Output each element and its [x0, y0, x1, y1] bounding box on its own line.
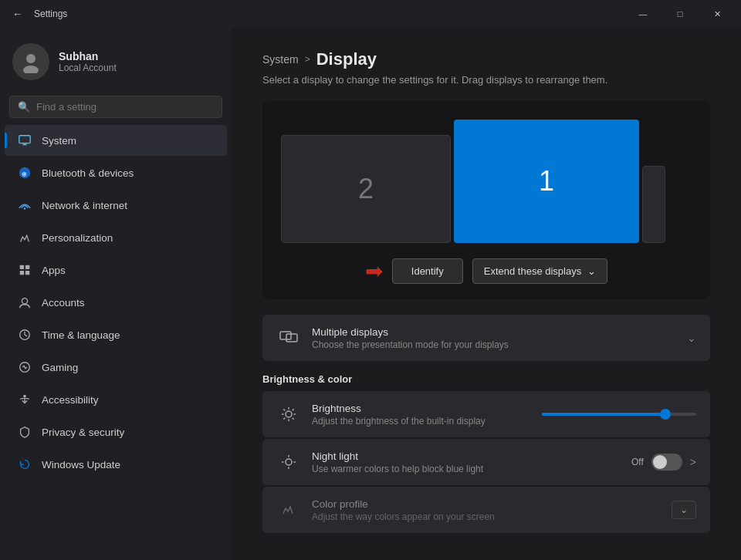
brightness-thumb[interactable]	[660, 409, 671, 420]
svg-rect-2	[19, 136, 30, 143]
maximize-button[interactable]: □	[662, 2, 698, 26]
windows-update-icon	[17, 457, 32, 472]
breadcrumb-current: Display	[316, 49, 377, 69]
close-button[interactable]: ✕	[699, 2, 735, 26]
breadcrumb-chevron: >	[305, 54, 310, 65]
user-account-type: Local Account	[59, 62, 117, 73]
sidebar-item-personalization[interactable]: Personalization	[5, 222, 227, 253]
titlebar: ← Settings — □ ✕	[0, 0, 741, 28]
main-content: System > Display Select a display to cha…	[232, 28, 741, 560]
monitor-1-label: 1	[539, 165, 554, 197]
svg-point-26	[286, 459, 292, 465]
gaming-icon	[17, 359, 32, 375]
titlebar-title: Settings	[34, 8, 67, 19]
color-profile-dropdown-chevron: ⌄	[680, 504, 688, 515]
sidebar-item-system[interactable]: System	[5, 125, 227, 156]
night-light-toggle[interactable]	[651, 454, 682, 471]
search-bar[interactable]: 🔍	[9, 96, 222, 118]
multiple-displays-title: Multiple displays	[312, 326, 509, 338]
night-light-icon	[276, 450, 301, 474]
time-icon	[17, 327, 32, 342]
display-controls: ➡ Identify Extend these displays ⌄	[281, 258, 692, 284]
app-body: Subhan Local Account 🔍 System ⎈ Bluetoot…	[0, 28, 741, 560]
sidebar-label-system: System	[42, 135, 76, 147]
sidebar-label-accessibility: Accessibility	[42, 394, 99, 406]
brightness-title: Brightness	[312, 403, 486, 414]
sidebar-label-gaming: Gaming	[42, 362, 78, 373]
svg-line-23	[293, 418, 294, 420]
sidebar: Subhan Local Account 🔍 System ⎈ Bluetoot…	[0, 28, 232, 560]
monitor-3	[642, 166, 665, 243]
sidebar-item-privacy[interactable]: Privacy & security	[5, 417, 227, 447]
sidebar-label-windows-update: Windows Update	[42, 459, 120, 471]
svg-point-1	[23, 66, 39, 73]
multiple-displays-chevron: ⌄	[687, 332, 696, 344]
multiple-displays-icon	[276, 326, 301, 350]
svg-rect-9	[20, 271, 24, 275]
sidebar-item-apps[interactable]: Apps	[5, 255, 227, 285]
network-icon	[17, 197, 32, 213]
system-icon	[17, 133, 32, 148]
toggle-thumb	[653, 455, 667, 469]
sidebar-label-privacy: Privacy & security	[42, 427, 124, 438]
svg-point-0	[26, 54, 36, 63]
color-profile-icon	[276, 498, 301, 522]
svg-point-6	[24, 207, 26, 210]
extend-dropdown[interactable]: Extend these displays ⌄	[472, 258, 607, 284]
svg-rect-15	[280, 332, 291, 339]
back-button[interactable]: ←	[9, 5, 26, 23]
sidebar-label-personalization: Personalization	[42, 232, 113, 244]
sidebar-label-time: Time & language	[42, 329, 120, 341]
color-profile-title: Color profile	[312, 498, 495, 510]
titlebar-left: ← Settings	[9, 5, 67, 23]
brightness-subtitle: Adjust the brightness of the built-in di…	[312, 416, 486, 427]
monitor-1[interactable]: 1	[454, 120, 639, 243]
svg-rect-3	[22, 144, 26, 146]
search-icon: 🔍	[18, 101, 30, 113]
svg-point-14	[23, 395, 26, 398]
sidebar-item-accessibility[interactable]: Accessibility	[5, 384, 227, 415]
sidebar-label-network: Network & internet	[42, 200, 127, 211]
breadcrumb: System > Display	[262, 49, 710, 69]
minimize-button[interactable]: —	[625, 2, 661, 26]
sidebar-item-gaming[interactable]: Gaming	[5, 352, 227, 383]
night-light-row[interactable]: Night light Use warmer colors to help bl…	[262, 439, 710, 485]
brightness-slider[interactable]	[542, 413, 696, 416]
brightness-icon	[276, 402, 301, 427]
privacy-icon	[17, 424, 32, 440]
sidebar-item-network[interactable]: Network & internet	[5, 190, 227, 221]
user-name: Subhan	[59, 50, 117, 62]
sidebar-item-windows-update[interactable]: Windows Update	[5, 449, 227, 480]
multiple-displays-row[interactable]: Multiple displays Choose the presentatio…	[262, 315, 710, 361]
svg-line-24	[293, 409, 294, 410]
search-input[interactable]	[36, 101, 214, 113]
svg-line-25	[283, 418, 285, 420]
sidebar-item-bluetooth[interactable]: ⎈ Bluetooth & devices	[5, 157, 227, 188]
brightness-row[interactable]: Brightness Adjust the brightness of the …	[262, 391, 710, 437]
sidebar-item-accounts[interactable]: Accounts	[5, 287, 227, 318]
sidebar-item-time[interactable]: Time & language	[5, 319, 227, 350]
avatar	[12, 43, 49, 80]
user-profile[interactable]: Subhan Local Account	[0, 28, 232, 93]
color-profile-row[interactable]: Color profile Adjust the way colors appe…	[262, 487, 710, 533]
night-light-chevron: >	[690, 456, 696, 468]
color-profile-dropdown[interactable]: ⌄	[672, 501, 696, 519]
extend-label: Extend these displays	[484, 265, 581, 277]
night-light-subtitle: Use warmer colors to help block blue lig…	[312, 464, 483, 474]
svg-rect-7	[20, 265, 24, 269]
monitor-2-label: 2	[358, 173, 374, 205]
multiple-displays-subtitle: Choose the presentation mode for your di…	[312, 339, 509, 350]
personalization-icon	[17, 230, 32, 245]
bluetooth-icon: ⎈	[17, 165, 32, 180]
arrow-icon: ➡	[365, 258, 383, 284]
identify-button[interactable]: Identify	[392, 258, 463, 284]
sidebar-label-apps: Apps	[42, 265, 66, 276]
svg-text:⎈: ⎈	[22, 169, 27, 178]
monitor-2[interactable]: 2	[281, 135, 451, 243]
breadcrumb-parent[interactable]: System	[262, 53, 299, 66]
accessibility-icon	[17, 392, 32, 407]
sidebar-label-bluetooth: Bluetooth & devices	[42, 167, 134, 179]
svg-rect-16	[286, 334, 297, 342]
svg-line-22	[283, 409, 285, 410]
sidebar-label-accounts: Accounts	[42, 297, 85, 309]
